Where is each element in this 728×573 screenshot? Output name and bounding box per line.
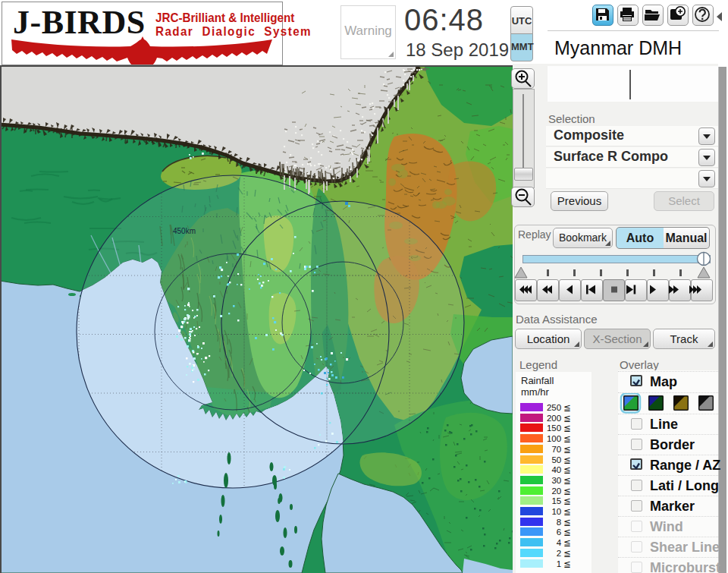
svg-text:450km: 450km [173,227,196,235]
